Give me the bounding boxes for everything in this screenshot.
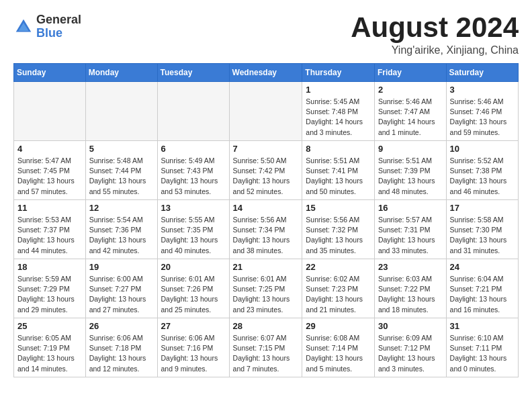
week-row-1: 1Sunrise: 5:45 AM Sunset: 7:48 PM Daylig… xyxy=(14,82,519,141)
day-cell: 24Sunrise: 6:04 AM Sunset: 7:21 PM Dayli… xyxy=(446,259,518,318)
day-cell: 20Sunrise: 6:01 AM Sunset: 7:26 PM Dayli… xyxy=(157,259,229,318)
title-block: August 2024 Ying'airike, Xinjiang, China xyxy=(351,13,519,56)
day-number: 6 xyxy=(161,144,226,154)
day-number: 25 xyxy=(17,321,82,331)
day-cell: 3Sunrise: 5:46 AM Sunset: 7:46 PM Daylig… xyxy=(446,82,518,141)
calendar-table: SundayMondayTuesdayWednesdayThursdayFrid… xyxy=(13,63,519,377)
day-number: 29 xyxy=(306,321,371,331)
day-number: 31 xyxy=(450,321,515,331)
day-cell: 18Sunrise: 5:59 AM Sunset: 7:29 PM Dayli… xyxy=(14,259,86,318)
day-cell xyxy=(229,82,302,141)
day-cell: 1Sunrise: 5:45 AM Sunset: 7:48 PM Daylig… xyxy=(302,82,375,141)
day-number: 12 xyxy=(89,203,154,213)
day-number: 22 xyxy=(306,262,371,272)
day-info: Sunrise: 5:56 AM Sunset: 7:32 PM Dayligh… xyxy=(306,215,371,256)
day-info: Sunrise: 5:45 AM Sunset: 7:48 PM Dayligh… xyxy=(306,97,371,138)
day-cell: 23Sunrise: 6:03 AM Sunset: 7:22 PM Dayli… xyxy=(374,259,446,318)
day-info: Sunrise: 6:04 AM Sunset: 7:21 PM Dayligh… xyxy=(450,274,515,315)
day-cell: 10Sunrise: 5:52 AM Sunset: 7:38 PM Dayli… xyxy=(446,141,518,200)
day-info: Sunrise: 5:49 AM Sunset: 7:43 PM Dayligh… xyxy=(161,156,226,197)
day-number: 15 xyxy=(306,203,371,213)
day-number: 14 xyxy=(233,203,299,213)
weekday-header-wednesday: Wednesday xyxy=(229,64,302,82)
day-number: 5 xyxy=(89,144,154,154)
weekday-header-friday: Friday xyxy=(374,64,446,82)
location: Ying'airike, Xinjiang, China xyxy=(351,44,519,56)
day-info: Sunrise: 6:00 AM Sunset: 7:27 PM Dayligh… xyxy=(89,274,154,315)
day-number: 18 xyxy=(17,262,82,272)
weekday-header-tuesday: Tuesday xyxy=(157,64,229,82)
day-info: Sunrise: 5:57 AM Sunset: 7:31 PM Dayligh… xyxy=(378,215,443,256)
day-number: 3 xyxy=(450,85,515,95)
day-cell: 29Sunrise: 6:08 AM Sunset: 7:14 PM Dayli… xyxy=(302,318,375,377)
page-header: General Blue August 2024 Ying'airike, Xi… xyxy=(13,13,519,56)
day-info: Sunrise: 6:08 AM Sunset: 7:14 PM Dayligh… xyxy=(306,333,371,374)
day-cell: 28Sunrise: 6:07 AM Sunset: 7:15 PM Dayli… xyxy=(229,318,302,377)
week-row-4: 18Sunrise: 5:59 AM Sunset: 7:29 PM Dayli… xyxy=(14,259,519,318)
day-cell: 26Sunrise: 6:06 AM Sunset: 7:18 PM Dayli… xyxy=(85,318,157,377)
logo-text: General Blue xyxy=(36,13,81,40)
day-cell: 21Sunrise: 6:01 AM Sunset: 7:25 PM Dayli… xyxy=(229,259,302,318)
day-cell: 19Sunrise: 6:00 AM Sunset: 7:27 PM Dayli… xyxy=(85,259,157,318)
day-info: Sunrise: 6:01 AM Sunset: 7:25 PM Dayligh… xyxy=(233,274,299,315)
day-info: Sunrise: 5:53 AM Sunset: 7:37 PM Dayligh… xyxy=(17,215,82,256)
day-number: 30 xyxy=(378,321,443,331)
day-number: 21 xyxy=(233,262,299,272)
day-cell: 7Sunrise: 5:50 AM Sunset: 7:42 PM Daylig… xyxy=(229,141,302,200)
day-number: 2 xyxy=(378,85,443,95)
day-info: Sunrise: 5:51 AM Sunset: 7:39 PM Dayligh… xyxy=(378,156,443,197)
day-info: Sunrise: 6:06 AM Sunset: 7:16 PM Dayligh… xyxy=(161,333,226,374)
day-cell: 4Sunrise: 5:47 AM Sunset: 7:45 PM Daylig… xyxy=(14,141,86,200)
day-info: Sunrise: 5:55 AM Sunset: 7:35 PM Dayligh… xyxy=(161,215,226,256)
day-info: Sunrise: 5:56 AM Sunset: 7:34 PM Dayligh… xyxy=(233,215,299,256)
day-cell xyxy=(85,82,157,141)
day-number: 11 xyxy=(17,203,82,213)
logo: General Blue xyxy=(13,13,81,40)
day-number: 20 xyxy=(161,262,226,272)
weekday-header-row: SundayMondayTuesdayWednesdayThursdayFrid… xyxy=(14,64,519,82)
day-cell: 9Sunrise: 5:51 AM Sunset: 7:39 PM Daylig… xyxy=(374,141,446,200)
day-cell xyxy=(14,82,86,141)
day-cell: 30Sunrise: 6:09 AM Sunset: 7:12 PM Dayli… xyxy=(374,318,446,377)
day-number: 28 xyxy=(233,321,299,331)
day-cell: 25Sunrise: 6:05 AM Sunset: 7:19 PM Dayli… xyxy=(14,318,86,377)
day-info: Sunrise: 6:09 AM Sunset: 7:12 PM Dayligh… xyxy=(378,333,443,374)
weekday-header-saturday: Saturday xyxy=(446,64,518,82)
day-cell: 6Sunrise: 5:49 AM Sunset: 7:43 PM Daylig… xyxy=(157,141,229,200)
weekday-header-thursday: Thursday xyxy=(302,64,375,82)
day-info: Sunrise: 6:03 AM Sunset: 7:22 PM Dayligh… xyxy=(378,274,443,315)
day-number: 27 xyxy=(161,321,226,331)
day-info: Sunrise: 5:48 AM Sunset: 7:44 PM Dayligh… xyxy=(89,156,154,197)
month-title: August 2024 xyxy=(351,13,519,42)
day-cell: 22Sunrise: 6:02 AM Sunset: 7:23 PM Dayli… xyxy=(302,259,375,318)
day-info: Sunrise: 6:02 AM Sunset: 7:23 PM Dayligh… xyxy=(306,274,371,315)
day-info: Sunrise: 5:47 AM Sunset: 7:45 PM Dayligh… xyxy=(17,156,82,197)
day-cell: 11Sunrise: 5:53 AM Sunset: 7:37 PM Dayli… xyxy=(14,200,86,259)
day-number: 10 xyxy=(450,144,515,154)
day-number: 13 xyxy=(161,203,226,213)
day-cell: 27Sunrise: 6:06 AM Sunset: 7:16 PM Dayli… xyxy=(157,318,229,377)
day-number: 9 xyxy=(378,144,443,154)
day-number: 16 xyxy=(378,203,443,213)
day-info: Sunrise: 5:54 AM Sunset: 7:36 PM Dayligh… xyxy=(89,215,154,256)
day-cell: 2Sunrise: 5:46 AM Sunset: 7:47 AM Daylig… xyxy=(374,82,446,141)
day-info: Sunrise: 5:50 AM Sunset: 7:42 PM Dayligh… xyxy=(233,156,299,197)
logo-general-text: General xyxy=(36,13,81,27)
day-cell: 12Sunrise: 5:54 AM Sunset: 7:36 PM Dayli… xyxy=(85,200,157,259)
day-cell: 15Sunrise: 5:56 AM Sunset: 7:32 PM Dayli… xyxy=(302,200,375,259)
day-number: 8 xyxy=(306,144,371,154)
day-cell: 17Sunrise: 5:58 AM Sunset: 7:30 PM Dayli… xyxy=(446,200,518,259)
day-info: Sunrise: 6:01 AM Sunset: 7:26 PM Dayligh… xyxy=(161,274,226,315)
weekday-header-monday: Monday xyxy=(85,64,157,82)
day-info: Sunrise: 5:58 AM Sunset: 7:30 PM Dayligh… xyxy=(450,215,515,256)
day-cell: 5Sunrise: 5:48 AM Sunset: 7:44 PM Daylig… xyxy=(85,141,157,200)
day-number: 23 xyxy=(378,262,443,272)
week-row-3: 11Sunrise: 5:53 AM Sunset: 7:37 PM Dayli… xyxy=(14,200,519,259)
day-number: 24 xyxy=(450,262,515,272)
week-row-5: 25Sunrise: 6:05 AM Sunset: 7:19 PM Dayli… xyxy=(14,318,519,377)
day-info: Sunrise: 6:10 AM Sunset: 7:11 PM Dayligh… xyxy=(450,333,515,374)
day-cell: 16Sunrise: 5:57 AM Sunset: 7:31 PM Dayli… xyxy=(374,200,446,259)
logo-icon xyxy=(13,17,34,37)
week-row-2: 4Sunrise: 5:47 AM Sunset: 7:45 PM Daylig… xyxy=(14,141,519,200)
day-info: Sunrise: 5:46 AM Sunset: 7:46 PM Dayligh… xyxy=(450,97,515,138)
